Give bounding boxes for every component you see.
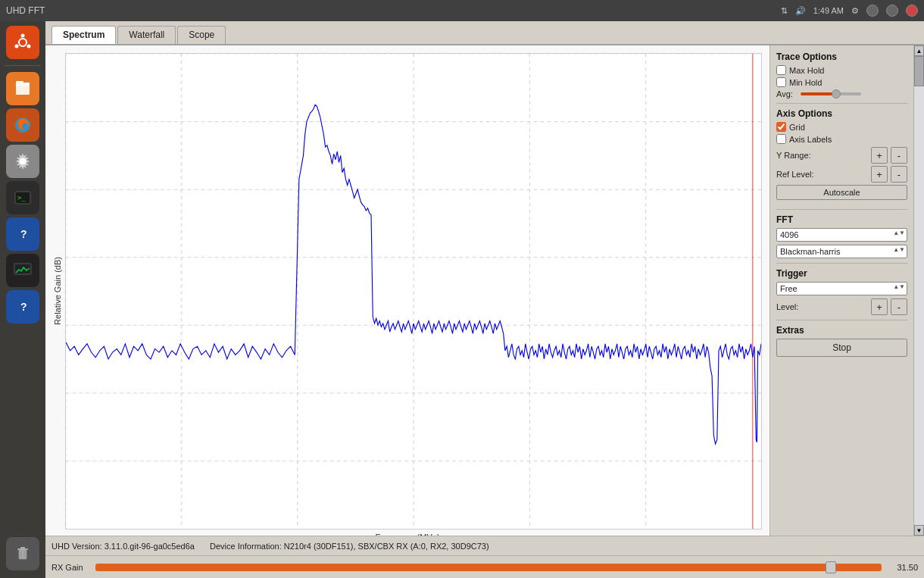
trigger-mode-wrap: Free Auto Normal <box>776 282 907 295</box>
chart-wrap: Relative Gain (dB) <box>53 53 762 530</box>
side-panel: Trace Options Max Hold Min Hold Avg: Axi… <box>769 45 913 536</box>
svg-text:?: ? <box>20 228 27 240</box>
fft-size-wrap: 4096 2048 1024 512 <box>776 228 907 242</box>
version-info: UHD Version: 3.11.0.git-96-ga0c5ed6a <box>52 542 195 551</box>
clock: 1:49 AM <box>813 6 844 15</box>
x-axis-label: Frequency (MHz) <box>53 533 762 536</box>
svg-text:?: ? <box>20 301 27 313</box>
sidebar-icon-firefox[interactable] <box>6 108 39 142</box>
content: Relative Gain (dB) <box>45 45 924 536</box>
divider-2 <box>776 209 907 210</box>
scroll-thumb[interactable] <box>914 56 924 86</box>
grid-label: Grid <box>789 123 805 132</box>
sidebar-icon-monitor[interactable] <box>6 254 39 287</box>
max-hold-row: Max Hold <box>776 65 907 75</box>
trigger-level-plus-button[interactable]: + <box>871 298 888 315</box>
gain-slider[interactable] <box>95 564 882 571</box>
max-hold-checkbox[interactable] <box>776 65 786 75</box>
ref-level-row: Ref Level: + - <box>776 166 907 183</box>
titlebar-left: UHD FFT <box>6 5 45 16</box>
trigger-level-row: Level: + - <box>776 298 907 315</box>
maximize-button[interactable] <box>886 5 898 17</box>
device-info: Device Information: N210r4 (30DF151), SB… <box>210 542 489 551</box>
trigger-title: Trigger <box>776 268 907 279</box>
gain-value: 31.50 <box>888 563 918 572</box>
axis-labels-label: Axis Labels <box>789 135 832 144</box>
min-hold-row: Min Hold <box>776 77 907 87</box>
gainbar-label: RX Gain <box>52 563 89 572</box>
volume-icon: 🔊 <box>795 6 806 16</box>
divider-1 <box>776 103 907 104</box>
titlebar: UHD FFT ⇅ 🔊 1:49 AM ⚙ <box>0 0 924 21</box>
min-hold-label: Min Hold <box>789 78 822 87</box>
divider-3 <box>776 263 907 264</box>
scroll-down-button[interactable]: ▼ <box>914 525 924 536</box>
gain-slider-thumb[interactable] <box>826 561 836 573</box>
fft-size-select[interactable]: 4096 2048 1024 512 <box>776 228 907 242</box>
trigger-mode-select[interactable]: Free Auto Normal <box>776 282 907 295</box>
axis-options-title: Axis Options <box>776 108 907 119</box>
scrollbar-right: ▲ ▼ <box>913 45 924 536</box>
tab-spectrum[interactable]: Spectrum <box>52 26 116 44</box>
grid-row: Grid <box>776 122 907 132</box>
tab-scope[interactable]: Scope <box>177 26 226 44</box>
svg-rect-7 <box>16 83 30 86</box>
min-hold-checkbox[interactable] <box>776 77 786 87</box>
y-range-row: Y Range: + - <box>776 147 907 164</box>
trigger-level-label: Level: <box>776 302 868 311</box>
y-range-plus-button[interactable]: + <box>871 147 888 164</box>
spectrum-chart[interactable]: -80 -90 -100 -110 -120 -130 830.000 832.… <box>65 53 762 530</box>
avg-slider[interactable] <box>801 92 861 95</box>
scroll-up-button[interactable]: ▲ <box>914 45 924 56</box>
svg-rect-17 <box>19 549 27 559</box>
sidebar-icon-terminal[interactable]: >_ <box>6 181 39 214</box>
svg-point-3 <box>27 45 31 48</box>
main-layout: >_ ? ? Spectrum Waterfall Scope Rela <box>0 21 924 578</box>
scroll-track[interactable] <box>914 56 924 525</box>
sidebar-icon-trash[interactable] <box>6 537 39 570</box>
svg-text:>_: >_ <box>17 194 26 202</box>
y-range-minus-button[interactable]: - <box>891 147 907 164</box>
statusbar: UHD Version: 3.11.0.git-96-ga0c5ed6a Dev… <box>45 536 924 555</box>
axis-labels-row: Axis Labels <box>776 134 907 144</box>
ref-level-minus-button[interactable]: - <box>891 166 907 183</box>
sidebar-icon-files[interactable] <box>6 72 39 105</box>
app-title: UHD FFT <box>6 5 45 16</box>
close-button[interactable] <box>906 5 918 17</box>
fft-window-wrap: Blackman-harris Hamming Hann Rectangular <box>776 245 907 258</box>
network-icon: ⇅ <box>781 6 788 16</box>
gainbar: RX Gain 31.50 <box>45 555 924 578</box>
extras-title: Extras <box>776 325 907 336</box>
app-area: Spectrum Waterfall Scope Relative Gain (… <box>45 21 924 578</box>
ref-level-plus-button[interactable]: + <box>871 166 888 183</box>
sidebar-icon-help2[interactable]: ? <box>6 290 39 323</box>
sidebar-icon-ubuntu[interactable] <box>6 26 39 59</box>
sidebar-icon-settings[interactable] <box>6 145 39 178</box>
sidebar-divider <box>5 65 41 66</box>
tabbar: Spectrum Waterfall Scope <box>45 21 924 45</box>
settings-icon[interactable]: ⚙ <box>851 6 859 16</box>
avg-row: Avg: <box>776 89 907 98</box>
trace-options-title: Trace Options <box>776 52 907 62</box>
stop-button[interactable]: Stop <box>776 339 907 357</box>
fft-title: FFT <box>776 214 907 225</box>
grid-checkbox[interactable] <box>776 122 786 132</box>
ref-level-label: Ref Level: <box>776 170 868 179</box>
svg-point-4 <box>15 45 19 48</box>
titlebar-right: ⇅ 🔊 1:49 AM ⚙ <box>781 5 918 17</box>
svg-point-2 <box>21 34 25 38</box>
sidebar-icon-help[interactable]: ? <box>6 217 39 251</box>
autoscale-button[interactable]: Autoscale <box>776 185 907 200</box>
avg-label: Avg: <box>776 89 798 98</box>
spectrum-svg: -80 -90 -100 -110 -120 -130 830.000 832.… <box>66 54 761 529</box>
sidebar: >_ ? ? <box>0 21 45 578</box>
minimize-button[interactable] <box>866 5 879 17</box>
tab-waterfall[interactable]: Waterfall <box>117 26 176 44</box>
trigger-level-minus-button[interactable]: - <box>891 298 907 315</box>
y-axis-label: Relative Gain (dB) <box>53 53 62 530</box>
axis-labels-checkbox[interactable] <box>776 134 786 144</box>
y-range-label: Y Range: <box>776 151 868 160</box>
divider-4 <box>776 320 907 320</box>
fft-window-select[interactable]: Blackman-harris Hamming Hann Rectangular <box>776 245 907 258</box>
svg-rect-19 <box>20 547 25 549</box>
